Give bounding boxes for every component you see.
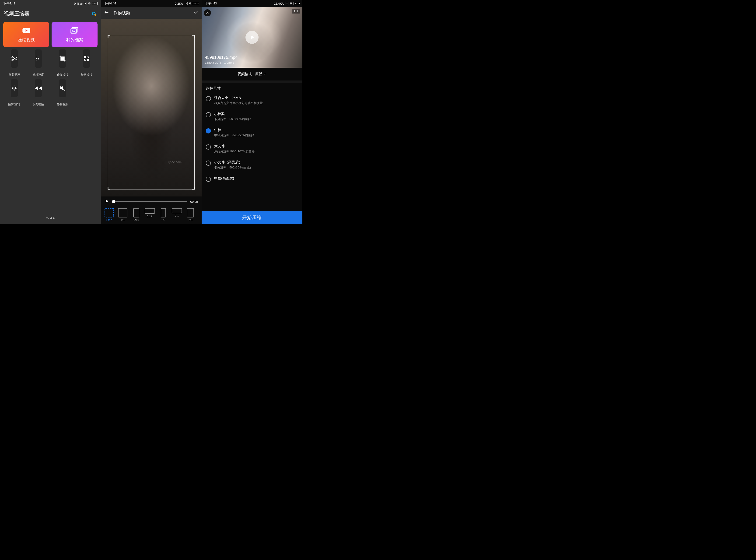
status-bar: 下午4:44 0.2K/s 61 [101,0,202,7]
crop-icon [59,55,66,62]
mute-icon [59,85,66,92]
play-icon [22,26,31,35]
speed-tool[interactable] [35,49,42,68]
status-right: 0.2K/s 61 [175,2,198,5]
size-title: 中档(高画质) [214,176,234,181]
size-title: 小文件（高品质） [214,160,251,164]
ratio-2-3[interactable]: 2:3 [185,208,196,222]
radio-icon [206,96,211,101]
status-net: 0.2K/s [175,2,183,5]
size-option[interactable]: 中档(高画质) [206,173,298,185]
ratio-label: 1:1 [121,218,125,222]
svg-rect-11 [87,59,89,61]
status-right: 0.4K/s 61 [74,2,98,5]
size-subtitle: 中等分辨率：840x539-质量好 [214,133,254,137]
back-button[interactable] [104,10,109,16]
watermark: rjshe.com [168,160,181,164]
file-meta: 1680 x 1078 | 1.98MB [205,61,238,64]
size-option[interactable]: 中档中等分辨率：840x539-质量好 [206,125,298,141]
ratio-9-16[interactable]: 9:16 [131,208,142,222]
crop-handle-tr[interactable] [190,35,195,39]
size-title: 适合大小：25MB [214,96,263,100]
tool-label: 转换视频 [81,73,92,77]
crop-handle-tl[interactable] [107,35,112,39]
compress-label: 压缩视频 [18,37,35,43]
convert-tool[interactable] [83,49,90,68]
format-row[interactable]: 视频格式 原版 [202,68,302,80]
status-bar: 下午4:43 16.4K/s 61 [202,0,302,7]
ratio-label: 2:3 [188,218,193,222]
reverse-tool[interactable] [35,79,42,97]
crop-header: 作物视频 [101,7,202,19]
ratio-box [161,208,166,218]
time-label: 00:00 [190,200,198,203]
ratio-box [172,208,182,213]
scissors-icon [11,55,18,62]
size-option[interactable]: 小文件（高品质）低分辨率：560x359-高品质 [206,157,298,173]
gallery-icon [70,26,79,35]
crop-handle-bl[interactable] [107,185,112,190]
ratio-1-2[interactable]: 1:2 [158,208,169,222]
crop-tool[interactable] [59,49,66,68]
ratio-16-9[interactable]: 16:9 [144,208,155,222]
status-time: 下午4:44 [104,1,116,6]
filename: 4599109175.mp4 [205,55,238,60]
crop-handle-br[interactable] [190,185,195,190]
start-compress-button[interactable]: 开始压缩 [202,211,302,224]
aspect-ratio-row[interactable]: Free1:19:1616:91:22:12:3 [101,207,202,224]
compress-video-tile[interactable]: 压缩视频 [3,22,49,47]
ratio-box [145,208,155,214]
my-files-tile[interactable]: 我的档案 [52,22,98,47]
crop-title: 作物视频 [113,10,189,16]
app-title: 视频压缩器 [4,10,29,17]
mute-tool[interactable] [59,79,66,97]
size-title: 小档案 [214,112,251,116]
crop-preview[interactable]: rjshe.com [101,19,202,197]
tool-label: 作物视频 [57,73,68,77]
radio-icon [206,177,211,182]
video-hero: 1/1 4599109175.mp4 1680 x 1078 | 1.98MB [202,7,302,68]
version-label: v2.4.4 [0,216,101,224]
size-title: 大文件 [214,144,255,148]
ratio-Free[interactable]: Free [104,208,115,222]
crop-frame[interactable] [108,35,195,189]
play-overlay[interactable] [245,31,259,44]
size-subtitle: 根据所选文件大小优化分辨率和质量 [214,101,263,105]
screen-compress-settings: 下午4:43 16.4K/s 61 1/1 4599109175.mp4 168… [202,0,302,224]
seek-thumb[interactable] [112,200,115,203]
screen-home: 下午4:43 0.4K/s 61 视频压缩器 压缩视频 我的档案 修剪视频 视频… [0,0,101,224]
tool-label: 翻转/旋转 [8,102,20,106]
seek-bar[interactable] [112,201,187,202]
ratio-2-1[interactable]: 2:1 [171,208,182,222]
flip-icon [11,85,18,92]
size-option[interactable]: 大文件原始分辨率1680x1078-质量好 [206,141,298,157]
play-button[interactable] [104,199,109,204]
tool-label: 修剪视频 [8,73,20,77]
divider [202,80,302,83]
size-list: 适合大小：25MB根据所选文件大小优化分辨率和质量小档案低分辨率：560x359… [202,93,302,185]
size-option[interactable]: 适合大小：25MB根据所选文件大小优化分辨率和质量 [206,93,298,108]
tools-grid: 修剪视频 视频速度 作物视频 转换视频 翻转/旋转 反向视频 静音视频 [0,47,101,106]
app-header: 视频压缩器 [0,7,101,22]
svg-rect-9 [61,57,64,60]
radio-icon [206,112,211,117]
radio-icon [206,144,211,149]
size-subtitle: 低分辨率：560x359-高品质 [214,165,251,169]
status-icons: 61 [185,2,198,5]
confirm-button[interactable] [193,10,198,16]
myfiles-label: 我的档案 [66,37,83,43]
trim-video-tool[interactable] [11,49,18,68]
tool-label: 反向视频 [33,102,44,106]
tool-label: 视频速度 [33,73,44,77]
format-label: 视频格式 [238,72,252,76]
size-option[interactable]: 小档案低分辨率：560x359-质量好 [206,108,298,125]
close-button[interactable] [204,9,211,16]
reverse-icon [35,85,42,92]
battery-level: 61 [92,2,98,5]
settings-icon[interactable] [91,11,97,17]
svg-point-6 [72,29,73,31]
format-dropdown[interactable]: 原版 [255,72,266,76]
ratio-1-1[interactable]: 1:1 [117,208,128,222]
flip-rotate-tool[interactable] [11,79,18,97]
ratio-box [187,208,194,218]
